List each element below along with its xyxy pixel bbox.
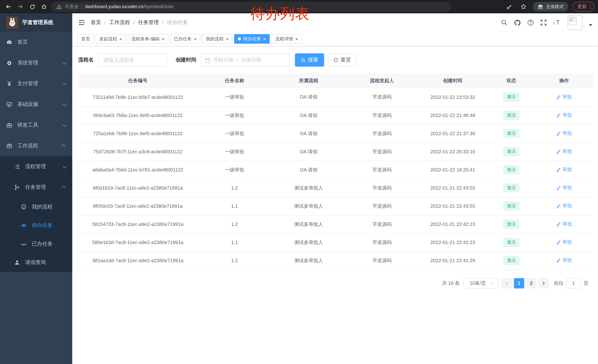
table-row: 069c6a63-7b8a-11ec-8ef0-acde48001122 一级审… [78, 106, 593, 124]
sidebar-logo[interactable]: 芋道管理系统 [0, 13, 72, 32]
tab-close-icon[interactable]: × [295, 36, 298, 41]
tab-process-detail[interactable]: 流程详情× [272, 34, 302, 44]
page-button-2[interactable]: 2 [526, 278, 537, 288]
sidebar-item-my-process[interactable]: 我的流程 [0, 198, 72, 216]
sidebar-item-label: 系统管理 [17, 60, 38, 66]
avatar-dropdown-icon[interactable] [589, 24, 592, 26]
approve-button[interactable]: 审批 [556, 94, 572, 100]
tab-close-icon[interactable]: × [226, 36, 229, 41]
col-task-id: 任务编号 [78, 73, 198, 88]
sidebar-item-workflow[interactable]: 工作流程 [0, 136, 72, 156]
cell-task-id: 58154733-7ac8-11ec-a9e2-a2380e71991a [78, 215, 198, 233]
cell-status: 激活 [487, 179, 535, 197]
key-icon[interactable] [505, 2, 514, 11]
sidebar-item-process-mgmt[interactable]: 流程管理 [0, 156, 72, 177]
cell-starter: 芋道源码 [346, 143, 418, 161]
sidebar-item-infra[interactable]: 基础设施 [0, 94, 72, 115]
cell-process: OA 请假 [272, 143, 346, 161]
collapse-sidebar-icon[interactable] [78, 19, 85, 26]
approve-button[interactable]: 审批 [556, 239, 572, 246]
tab-close-icon[interactable]: × [263, 36, 266, 41]
cell-action: 审批 [535, 251, 593, 270]
approve-button[interactable]: 审批 [556, 257, 572, 264]
cell-process: 测试多审批人 [272, 179, 346, 197]
sidebar-item-todo-tasks[interactable]: 待办任务 [0, 216, 72, 235]
tab-form-edit[interactable]: 流程表单-编辑× [128, 34, 168, 44]
calendar-icon [205, 57, 210, 63]
reset-button[interactable]: 重置 [328, 53, 357, 67]
search-button[interactable]: 搜索 [295, 53, 324, 67]
approve-button[interactable]: 审批 [556, 185, 572, 191]
edit-pen-icon [556, 167, 561, 172]
sidebar-item-label: 工作流程 [17, 143, 38, 149]
page-button-1[interactable]: 1 [514, 278, 524, 288]
browser-menu-icon[interactable] [590, 4, 590, 9]
sidebar-item-leave-query[interactable]: 请假查询 [0, 253, 72, 272]
list-icon [14, 164, 20, 170]
approve-button[interactable]: 审批 [556, 203, 572, 209]
tab-start-process[interactable]: 发起流程× [96, 34, 126, 44]
avatar[interactable] [568, 15, 582, 30]
approve-button[interactable]: 审批 [556, 130, 572, 137]
sidebar-item-system[interactable]: 系统管理 [0, 53, 72, 73]
edit-pen-icon [556, 113, 561, 118]
cell-create-time: 2022-01-22 23:53:32 [418, 88, 487, 106]
table-row: 73211d9d-7b9b-11ec-b5b7-acde48001122 一级审… [78, 88, 593, 106]
browser-home-icon[interactable] [39, 2, 49, 11]
approve-button[interactable]: 审批 [556, 148, 572, 155]
tab-done-tasks[interactable]: 已办任务× [170, 34, 200, 44]
chevron-down-icon [63, 81, 67, 85]
tab-close-icon[interactable]: × [194, 36, 197, 41]
prev-page-button[interactable] [502, 278, 512, 288]
approve-button[interactable]: 审批 [556, 166, 572, 173]
tab-todo-tasks[interactable]: 待办任务× [234, 34, 270, 44]
cell-status: 激活 [487, 106, 535, 124]
cell-starter: 芋道源码 [346, 106, 418, 124]
help-icon[interactable] [527, 19, 534, 26]
tab-home[interactable]: 首页 [77, 34, 94, 44]
bookmark-star-icon[interactable] [519, 2, 528, 11]
page-size-select[interactable]: 10条/页 [464, 278, 499, 288]
browser-update-button[interactable]: 更新 [573, 2, 594, 11]
breadcrumb-workflow[interactable]: 工作流程 [109, 19, 130, 26]
process-name-input[interactable] [98, 53, 167, 67]
next-page-button[interactable] [538, 278, 549, 288]
browser-reload-icon[interactable] [27, 2, 37, 11]
sidebar-item-devtools[interactable]: 研发工具 [0, 115, 72, 136]
tab-close-icon[interactable]: × [119, 36, 122, 41]
col-create-time: 创建时间 [418, 73, 487, 88]
approve-button[interactable]: 审批 [556, 221, 572, 227]
page-content: 流程名 创建时间 开始日期 - 结束日期 搜索 重 [72, 46, 598, 288]
cell-status: 激活 [487, 197, 535, 215]
font-size-icon[interactable]: тT [553, 19, 561, 26]
sidebar-item-label: 待办任务 [32, 222, 53, 229]
cell-task-name: 1.1 [198, 233, 272, 251]
fullscreen-icon[interactable] [540, 19, 547, 26]
tab-close-icon[interactable]: × [162, 36, 165, 41]
cell-process: 测试多审批人 [272, 215, 346, 233]
refresh-icon [333, 57, 338, 62]
github-icon[interactable] [514, 19, 521, 26]
goto-page-input[interactable] [566, 278, 581, 288]
browser-forward-icon[interactable] [16, 2, 25, 11]
sidebar-item-task-mgmt[interactable]: 任务管理 [0, 177, 72, 198]
edit-pen-icon [556, 149, 561, 154]
sidebar-item-home[interactable]: 首页 [0, 32, 72, 53]
breadcrumb-task-mgmt[interactable]: 任务管理 [138, 19, 159, 26]
date-range-picker[interactable]: 开始日期 - 结束日期 [201, 53, 290, 67]
status-badge: 激活 [504, 129, 519, 138]
search-icon[interactable] [501, 19, 507, 26]
breadcrumb-home[interactable]: 首页 [91, 19, 101, 26]
sidebar-item-done-tasks[interactable]: 已办任务 [0, 235, 72, 253]
cell-task-id: 069c6a63-7b8a-11ec-8ef0-acde48001122 [78, 106, 198, 124]
browser-back-icon[interactable] [4, 2, 13, 11]
approve-button[interactable]: 审批 [556, 112, 572, 119]
sidebar-menu: 首页 系统管理 支付管理 基础设施 [0, 32, 72, 272]
process-name-label: 流程名 [78, 57, 94, 63]
status-badge: 激活 [504, 184, 519, 192]
tab-my-process[interactable]: 我的流程× [202, 34, 233, 44]
url-host: dashboard.yudao.iocoder.cn [85, 4, 143, 9]
cell-action: 审批 [535, 179, 593, 197]
sidebar-item-payment[interactable]: 支付管理 [0, 73, 72, 94]
url-path: /bpm/task/todo [143, 4, 174, 9]
